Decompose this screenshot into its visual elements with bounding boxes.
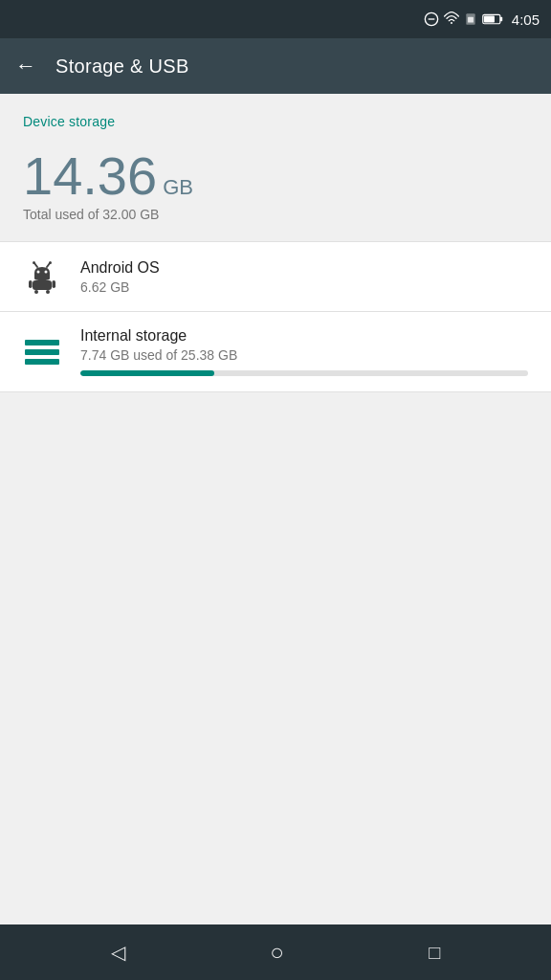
internal-storage-progress-fill <box>80 370 214 376</box>
svg-point-9 <box>33 261 35 264</box>
svg-point-13 <box>45 271 48 274</box>
svg-point-11 <box>49 261 52 264</box>
android-icon <box>25 259 59 294</box>
svg-rect-6 <box>500 17 502 22</box>
status-icons: 4:05 <box>424 11 540 28</box>
android-os-item[interactable]: Android OS 6.62 GB <box>0 242 551 311</box>
storage-total: 14.36 GB Total used of 32.00 GB <box>0 140 551 241</box>
divider-bottom <box>0 391 551 392</box>
minus-circle-icon <box>424 11 439 27</box>
battery-icon <box>482 12 503 26</box>
internal-storage-progress-container <box>80 370 528 376</box>
status-time: 4:05 <box>512 11 540 28</box>
svg-rect-4 <box>468 17 474 23</box>
svg-point-2 <box>451 22 452 24</box>
svg-point-12 <box>37 271 40 274</box>
svg-rect-14 <box>33 280 52 290</box>
internal-storage-content: Internal storage 7.74 GB used of 25.38 G… <box>80 327 528 376</box>
bottom-nav: ◁ ○ □ <box>0 924 551 980</box>
sim-icon <box>464 11 477 27</box>
page-title: Storage & USB <box>55 56 189 78</box>
storage-unit: GB <box>163 175 193 200</box>
storage-number-container: 14.36 GB <box>23 149 528 203</box>
back-button[interactable]: ← <box>15 54 36 78</box>
svg-rect-7 <box>484 15 495 22</box>
android-os-content: Android OS 6.62 GB <box>80 259 528 295</box>
android-os-title: Android OS <box>80 259 528 277</box>
android-os-subtitle: 6.62 GB <box>80 279 528 295</box>
storage-big-number: 14.36 <box>23 149 157 203</box>
nav-home-button[interactable]: ○ <box>270 939 284 966</box>
svg-rect-17 <box>34 290 38 294</box>
internal-storage-subtitle: 7.74 GB used of 25.38 GB <box>80 347 528 363</box>
nav-back-button[interactable]: ◁ <box>111 941 125 964</box>
svg-rect-18 <box>46 290 50 294</box>
internal-storage-title: Internal storage <box>80 327 528 345</box>
status-bar: 4:05 <box>0 0 551 38</box>
top-bar: ← Storage & USB <box>0 38 551 94</box>
svg-rect-15 <box>29 280 33 288</box>
nav-recents-button[interactable]: □ <box>429 942 440 964</box>
main-content: Device storage 14.36 GB Total used of 32… <box>0 94 551 924</box>
device-storage-section: Device storage <box>0 94 551 140</box>
android-os-icon-container <box>23 257 61 296</box>
svg-rect-16 <box>53 280 56 288</box>
internal-storage-icon-container <box>23 333 61 371</box>
storage-subtitle: Total used of 32.00 GB <box>23 207 528 222</box>
internal-storage-item[interactable]: Internal storage 7.74 GB used of 25.38 G… <box>0 312 551 391</box>
wifi-icon <box>444 11 459 27</box>
internal-storage-icon <box>25 339 59 366</box>
device-storage-label: Device storage <box>23 114 115 129</box>
